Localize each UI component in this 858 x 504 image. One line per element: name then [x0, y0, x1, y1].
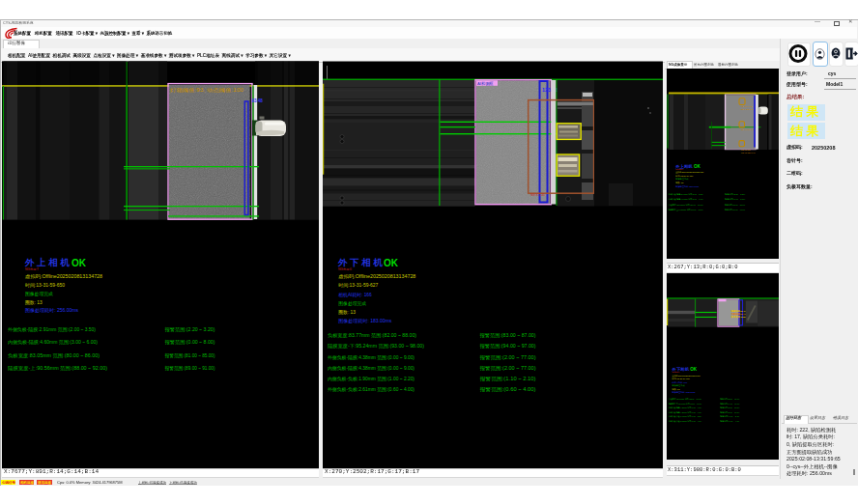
svg-text:93.48: 93.48	[252, 98, 264, 103]
svg-text:图像处理完成: 图像处理完成	[338, 300, 366, 307]
svg-text:NG光源:0: NG光源:0	[338, 267, 352, 271]
svg-text:负极宽度:83.05mm 范围:(80.00 ~ 86.00: 负极宽度:83.05mm 范围:(80.00 ~ 86.00)	[8, 352, 100, 359]
svg-text:时间:13-31-59-650: 时间:13-31-59-650	[675, 175, 694, 177]
svg-text:报警范围:(2.00 ~ 77.00): 报警范围:(2.00 ~ 77.00)	[480, 354, 536, 361]
svg-text:负极宽度:83.77mm 范围:(82.00 ~ 88.00: 负极宽度:83.77mm 范围:(82.00 ~ 88.00)	[328, 332, 416, 339]
svg-text:23.4 R3.7 8: 23.4 R3.7 8	[741, 108, 754, 111]
svg-text:图像处理耗时: 183.00ms: 图像处理耗时: 183.00ms	[338, 318, 392, 324]
svg-text:外下相机: 外下相机	[337, 257, 385, 267]
svg-text:NG:X 1.35: NG:X 1.35	[530, 193, 545, 197]
svg-text:OK: OK	[694, 164, 701, 169]
svg-text:23.48 R4.1 7: 23.48 R4.1 7	[741, 128, 755, 131]
svg-text:NG光源:T: NG光源:T	[25, 267, 39, 271]
svg-text:报警范围:(1.10 ~ 2.10): 报警范围:(1.10 ~ 2.10)	[480, 376, 536, 382]
svg-text:报警范围:(94.00 ~ 97.00): 报警范围:(94.00 ~ 97.00)	[480, 343, 536, 350]
svg-text:虚拟码:Offline2025020813134728: 虚拟码:Offline2025020813134728	[338, 273, 415, 279]
svg-text:AI检测框: AI检测框	[477, 81, 494, 86]
svg-text:隔膜宽度-下:95.24mm 范围:(93.00 ~ 98.: 隔膜宽度-下:95.24mm 范围:(93.00 ~ 98.00)	[328, 343, 424, 350]
svg-text:图像处理完成: 图像处理完成	[25, 291, 53, 297]
svg-text:图像处理耗时: 256.00ms: 图像处理耗时: 256.00ms	[25, 307, 79, 314]
svg-text:虚拟码:Offline2025020813134728: 虚拟码:Offline2025020813134728	[25, 273, 102, 279]
svg-text:外侧负极-隔膜:2.91mm 范围:(2.00 ~ 3.50: 外侧负极-隔膜:2.91mm 范围:(2.00 ~ 3.50)	[8, 326, 96, 333]
svg-text:灯箱阈值:93, 动态阈值:100: 灯箱阈值:93, 动态阈值:100	[170, 87, 243, 94]
svg-text:外侧负极-负极:2.61mm 范围:(0.60 ~ 4.00: 外侧负极-负极:2.61mm 范围:(0.60 ~ 4.00)	[328, 386, 415, 393]
svg-text:报警范围:(89.00 ~ 91.00): 报警范围:(89.00 ~ 91.00)	[165, 365, 215, 372]
svg-text:OK: OK	[72, 258, 87, 268]
svg-text:隔膜宽度-上:90.56mm 范围:(88.00 ~ 92.: 隔膜宽度-上:90.56mm 范围:(88.00 ~ 92.00)	[8, 365, 107, 372]
svg-text:报警范围:(0.00 ~ 8.00): 报警范围:(0.00 ~ 8.00)	[165, 339, 215, 346]
svg-text:报警范围:(0.60 ~ 4.00): 报警范围:(0.60 ~ 4.00)	[480, 386, 536, 393]
svg-text:OK: OK	[384, 258, 399, 268]
svg-text:93.48 Rej.7 8: 93.48 Rej.7 8	[741, 152, 756, 154]
svg-text:外侧负极-隔膜:4.38mm 范围:(0.00 ~ 9.00: 外侧负极-隔膜:4.38mm 范围:(0.00 ~ 9.00)	[328, 354, 415, 361]
svg-text:时间:13-31-59-627: 时间:13-31-59-627	[672, 378, 691, 379]
svg-text:外上相机: 外上相机	[24, 257, 72, 267]
svg-text:报警范围:(2.00 ~ 77.00): 报警范围:(2.00 ~ 77.00)	[480, 365, 536, 372]
svg-text:报警范围:(83.00 ~ 87.00): 报警范围:(83.00 ~ 87.00)	[480, 332, 536, 339]
svg-text:报警范围:(2.20 ~ 3.20): 报警范围:(2.20 ~ 3.20)	[165, 326, 215, 333]
svg-text:报警范围:(81.00 ~ 85.00): 报警范围:(81.00 ~ 85.00)	[165, 352, 215, 359]
svg-text:OK: OK	[690, 367, 698, 372]
